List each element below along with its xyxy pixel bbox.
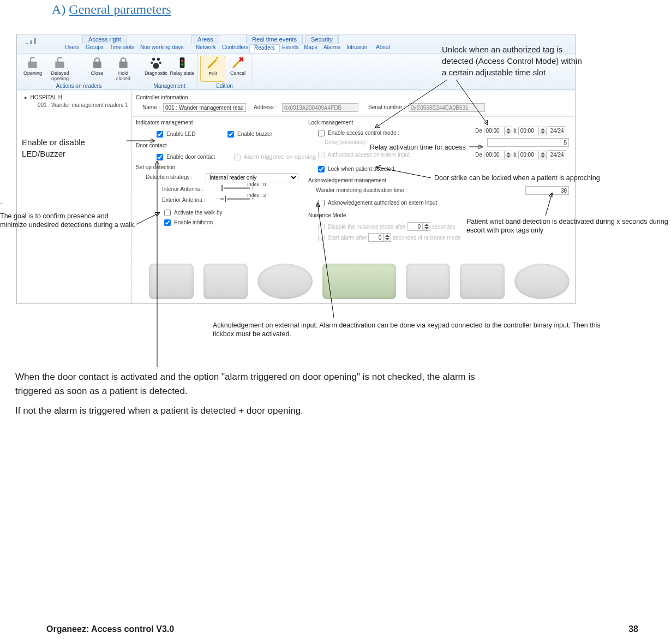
device-images [149, 258, 570, 299]
input-deact-time[interactable] [525, 186, 569, 195]
ribbon-group-edition: Edition Edit Cancel [198, 53, 251, 90]
ribbon-caption-edition: Edition [198, 83, 251, 89]
anno-walkby: The goal is to confirm presence and mini… [0, 212, 136, 230]
footer-title: Organeez: Access control V3.0 [46, 624, 174, 634]
input-delay[interactable] [487, 138, 569, 147]
time2-from[interactable] [484, 151, 505, 159]
close-button[interactable]: Close [85, 56, 110, 82]
opening-button[interactable]: Opening [20, 56, 45, 82]
subtab-controllers[interactable]: Controllers [218, 44, 253, 52]
row-nuisance-2: Start alarm after secondes of nuisance m… [316, 233, 461, 243]
time1-2424-button[interactable]: 24/24 [548, 126, 566, 135]
row-enable-access: Enable access control mode : [316, 128, 399, 138]
tab-realtime-events[interactable]: Real time events [246, 35, 303, 44]
input-name[interactable] [163, 103, 246, 112]
svg-point-10 [181, 63, 183, 65]
subtab-network[interactable]: Network [191, 44, 220, 52]
ribbon-caption-management: Management [141, 83, 197, 89]
heading-prefix: A) [52, 2, 65, 16]
subtab-nonworking[interactable]: Non working days [136, 44, 188, 52]
checkbox-walkby[interactable] [164, 210, 171, 216]
timeslot-2: De à 24/24 [475, 150, 566, 159]
checkbox-lock-on-patient[interactable] [318, 166, 325, 172]
spin-icon[interactable] [384, 233, 391, 242]
section-ack: Acknowledgement management [308, 177, 386, 183]
spin-icon[interactable] [505, 151, 512, 159]
subtab-users[interactable]: Users [61, 44, 83, 52]
edit-button[interactable]: Edit [200, 56, 225, 82]
anno-wrist: Patient wrist band detection is deactiva… [466, 217, 671, 235]
tab-areas[interactable]: Areas [191, 35, 219, 44]
checkbox-nuisance-1 [318, 224, 325, 230]
input-nuisance-2[interactable] [368, 233, 384, 242]
checkbox-inhibition[interactable] [164, 219, 171, 226]
checkbox-enable-access[interactable] [318, 130, 325, 136]
anno-doorstrike: Door strike can be locked when a patient… [434, 174, 609, 182]
svg-point-4 [152, 58, 155, 61]
row-walkby: Activate the walk by [162, 208, 222, 218]
checkbox-nuisance-2 [318, 235, 325, 241]
checkbox-ack-extern[interactable] [318, 200, 325, 206]
subtab-groups[interactable]: Groups [81, 44, 108, 52]
row-alarm-on-opening: Alarm triggered on opening [232, 152, 316, 162]
delayed-opening-button[interactable]: Delayed opening [47, 56, 73, 82]
spin-icon[interactable] [423, 222, 430, 231]
subtab-maps[interactable]: Maps [299, 44, 321, 52]
main-tabbar: Access right Areas Real time events Secu… [17, 34, 575, 44]
time1-to[interactable] [518, 127, 539, 135]
page-footer: Organeez: Access control V3.0 38 [46, 624, 638, 634]
tree-pane: ▸ HOSPITAL H 001 : Wander management rea… [17, 91, 131, 303]
checkbox-auth-extern [318, 152, 325, 158]
hold-closed-button[interactable]: Hold closed [111, 56, 136, 82]
label-interior-index: Index : 0 [247, 182, 266, 187]
spin-icon[interactable] [539, 127, 547, 135]
input-nuisance-1[interactable] [408, 222, 423, 231]
anno-ack: Acknoledgement on external input: Alarm … [213, 321, 606, 339]
label-interior-antenna: Interior Antenna : [162, 186, 203, 192]
anno-relay: Relay activation time for access [370, 143, 479, 152]
svg-point-5 [157, 58, 160, 61]
relay-state-button[interactable]: Relay state [170, 56, 195, 82]
stray-dot: . [0, 195, 2, 207]
tab-security[interactable]: Security [305, 35, 339, 44]
row-enable-led: Enable LED [154, 129, 195, 139]
row-inhibition: Enable inhibiton [162, 218, 213, 228]
subtab-readers[interactable]: Readers [249, 44, 280, 52]
spin-icon[interactable] [539, 151, 547, 159]
delay-value [487, 138, 569, 147]
time1-from[interactable] [484, 127, 505, 135]
time2-2424-button[interactable]: 24/24 [548, 150, 566, 159]
select-strategy[interactable]: Internal reader only [206, 173, 298, 182]
row-nuisance-1: Disable the nuisance mode after secondes [316, 222, 456, 232]
body-paragraph-1: When the door contact is activated and t… [15, 370, 484, 398]
checkbox-enable-buzzer[interactable] [227, 131, 234, 138]
timeslot-1: De à 24/24 [475, 126, 566, 135]
ribbon-group-management: Management Diagnostic Relay state [141, 53, 198, 90]
checkbox-enable-led[interactable] [157, 131, 163, 138]
tree-root[interactable]: ▸ HOSPITAL H [25, 94, 62, 100]
heading-title: General parameters [69, 2, 171, 16]
diagnostic-button[interactable]: Diagnostic [143, 56, 169, 82]
input-address [282, 103, 358, 112]
ribbon-caption-actions: Actions on readers [17, 83, 141, 89]
content-pane: Controller information Name : Address : … [133, 91, 575, 303]
time2-to[interactable] [518, 151, 539, 159]
svg-point-7 [159, 62, 161, 64]
section-door-contact: Door contact [136, 142, 167, 148]
label-delay: Delay(secondes) : [325, 139, 369, 145]
subtab-intrusion[interactable]: Intrusion [342, 44, 372, 52]
subtab-alarms[interactable]: Alarms [319, 44, 345, 52]
input-serial [409, 103, 485, 112]
checkbox-enable-door-contact[interactable] [157, 154, 163, 160]
row-lock-on-patient: Lock when patient detected [316, 164, 394, 174]
subtab-about[interactable]: About [372, 44, 394, 52]
cancel-button[interactable]: Cancel [225, 56, 250, 82]
tree-child[interactable]: 001 : Wander management readers 1 [38, 102, 128, 108]
label-deact-time: Wander monitoring deactivation time : [316, 187, 408, 193]
svg-point-6 [151, 62, 153, 64]
row-ack-extern: Acknowledgement authorized on extern inp… [316, 198, 437, 208]
spin-icon[interactable] [505, 127, 512, 135]
label-strategy: Detection strategy : [146, 174, 193, 180]
subtab-time-slots[interactable]: Time slots [105, 44, 139, 52]
tab-access-right[interactable]: Access right [82, 35, 127, 44]
